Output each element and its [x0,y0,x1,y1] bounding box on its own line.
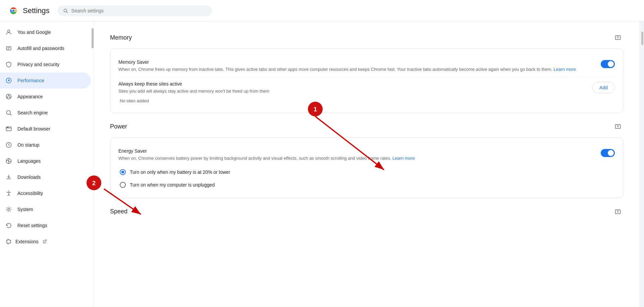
app-title: Settings [23,6,50,15]
radio-battery-20-label: Turn on only when my battery is at 20% o… [130,169,230,175]
search-bar[interactable] [58,5,212,16]
memory-section-header: Memory [110,32,623,43]
svg-point-12 [8,95,9,96]
sidebar-item-search-engine[interactable]: Search engine [0,105,91,121]
sidebar-item-you-google-label: You and Google [17,30,51,35]
sidebar-item-appearance[interactable]: Appearance [0,89,91,105]
sidebar-item-appearance-label: Appearance [17,94,43,99]
memory-section-title: Memory [110,34,132,41]
startup-icon [5,142,12,148]
memory-saver-learn-more[interactable]: Learn more [554,67,576,72]
main-layout: You and Google Autofill and passwords Pr… [0,21,644,307]
sidebar-item-autofill[interactable]: Autofill and passwords [0,40,91,56]
search-input[interactable] [71,8,207,13]
memory-saver-toggle[interactable] [601,60,615,68]
svg-line-16 [10,114,12,116]
svg-point-14 [9,97,10,98]
always-active-sites-title: Always keep these sites active [118,81,584,87]
person-icon [5,29,12,36]
svg-line-26 [44,240,46,242]
sidebar-item-downloads-label: Downloads [17,174,41,180]
sidebar-scrollbar[interactable] [92,28,94,48]
sidebar-item-reset-label: Reset settings [17,223,47,228]
sidebar-item-extensions[interactable]: Extensions [0,234,91,250]
memory-saver-text: Memory Saver When on, Chrome frees up me… [118,59,593,73]
sidebar-item-languages-label: Languages [17,158,41,164]
svg-point-15 [6,110,10,114]
svg-rect-27 [615,36,621,40]
right-scrollbar[interactable] [639,21,644,307]
sidebar-item-downloads[interactable]: Downloads [0,169,91,185]
autofill-icon [5,45,12,52]
add-sites-button[interactable]: Add [592,82,615,93]
sidebar-item-default-browser-label: Default browser [17,126,50,132]
svg-point-25 [8,208,10,210]
sidebar-item-privacy-label: Privacy and security [17,62,59,67]
always-active-sites-row: Always keep these sites active Sites you… [118,77,615,99]
speed-section-title: Speed [110,208,127,215]
power-section-title: Power [110,123,127,130]
sidebar-item-accessibility[interactable]: Accessibility [0,185,91,201]
energy-saver-toggle[interactable] [601,149,615,157]
search-engine-icon [5,109,12,116]
sidebar-item-accessibility-label: Accessibility [17,191,43,196]
external-link-icon [42,239,47,244]
radio-battery-20[interactable]: Turn on only when my battery is at 20% o… [118,166,615,178]
energy-saver-learn-more[interactable]: Learn more [392,156,415,161]
system-icon [5,206,12,213]
sidebar-item-extensions-label: Extensions [15,239,38,244]
memory-card: Memory Saver When on, Chrome frees up me… [110,48,623,113]
sidebar-item-default-browser[interactable]: Default browser [0,121,91,137]
sidebar-item-reset[interactable]: Reset settings [0,217,91,234]
radio-battery-20-indicator [120,169,126,175]
energy-saver-text: Energy Saver When on, Chrome conserves b… [118,148,593,162]
sidebar-item-on-startup[interactable]: On startup [0,137,91,153]
always-active-sites-text: Always keep these sites active Sites you… [118,81,584,95]
svg-point-19 [7,127,7,127]
always-active-sites-desc: Sites you add will always stay active an… [118,88,584,95]
svg-point-3 [64,9,67,12]
sidebar: You and Google Autofill and passwords Pr… [0,21,94,307]
svg-point-13 [7,97,8,98]
svg-rect-6 [6,47,11,50]
sidebar-item-system-label: System [17,207,33,212]
speed-info-button[interactable] [612,206,623,217]
sidebar-item-performance[interactable]: Performance [0,72,91,89]
svg-point-5 [8,30,10,32]
content-area: Memory Memory Saver When on, Chrome free… [94,21,639,307]
radio-unplugged[interactable]: Turn on when my computer is unplugged [118,178,615,191]
reset-icon [5,222,12,229]
svg-point-10 [8,80,9,81]
sidebar-item-performance-label: Performance [17,78,44,83]
download-icon [5,174,12,181]
extensions-icon [5,238,12,245]
sidebar-item-languages[interactable]: Languages [0,153,91,169]
sidebar-item-privacy[interactable]: Privacy and security [0,56,91,72]
svg-point-20 [8,127,8,127]
search-icon [63,8,68,13]
sidebar-item-autofill-label: Autofill and passwords [17,46,64,51]
svg-rect-33 [615,210,621,214]
radio-unplugged-label: Turn on when my computer is unplugged [130,182,215,188]
svg-point-24 [8,191,9,192]
radio-unplugged-indicator [120,182,126,188]
sidebar-item-search-engine-label: Search engine [17,110,48,115]
memory-info-button[interactable] [612,32,623,43]
sidebar-item-you-google[interactable]: You and Google [0,24,91,40]
power-section-header: Power [110,121,623,132]
no-sites-text: No sites added [118,98,615,106]
browser-icon [5,125,12,132]
performance-icon [5,77,12,84]
svg-rect-30 [615,124,621,129]
svg-line-4 [66,11,67,12]
memory-saver-desc: When on, Chrome frees up memory from ina… [118,66,593,73]
sidebar-item-system[interactable]: System [0,201,91,217]
shield-icon [5,61,12,68]
globe-icon [5,158,12,164]
chrome-logo-icon [8,5,19,16]
svg-point-2 [12,9,15,12]
right-scrollbar-thumb [641,32,643,45]
appearance-icon [5,93,12,100]
memory-saver-row: Memory Saver When on, Chrome frees up me… [118,55,615,77]
power-info-button[interactable] [612,121,623,132]
